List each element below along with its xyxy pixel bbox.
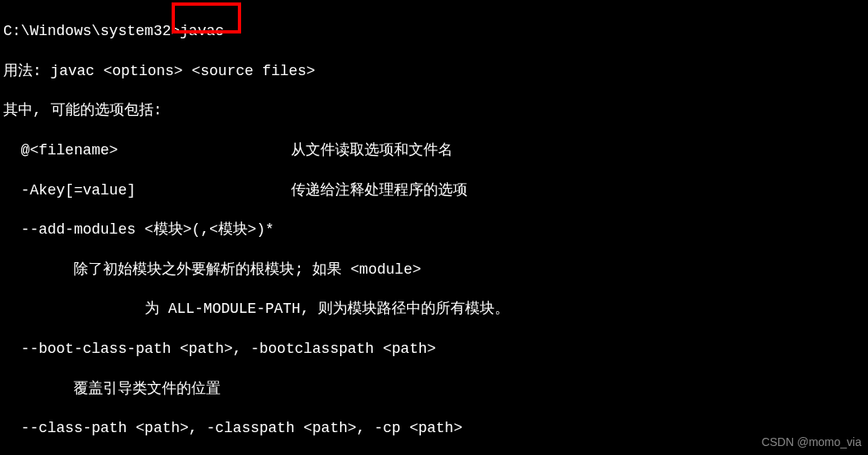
options-intro: 其中, 可能的选项包括: (3, 100, 865, 120)
option-row: -Akey[=value]传递给注释处理程序的选项 (3, 181, 865, 200)
watermark: CSDN @momo_via (762, 435, 861, 450)
option-row: --boot-class-path <path>, -bootclasspath… (3, 339, 865, 359)
option-row: --class-path <path>, -classpath <path>, … (3, 418, 865, 438)
option-continuation: 除了初始模块之外要解析的根模块; 如果 <module> (3, 260, 865, 279)
prompt: C:\Windows\system32> (3, 23, 180, 39)
typed-command: javac (180, 23, 224, 39)
option-continuation: 覆盖引导类文件的位置 (3, 379, 865, 399)
usage-line: 用法: javac <options> <source files> (3, 61, 865, 81)
option-continuation: 为 ALL-MODULE-PATH, 则为模块路径中的所有模块。 (3, 299, 865, 319)
option-row: --add-modules <模块>(,<模块>)* (3, 220, 865, 239)
terminal-output: C:\Windows\system32>javac 用法: javac <opt… (3, 2, 865, 455)
option-row: @<filename>从文件读取选项和文件名 (3, 141, 865, 160)
command-line[interactable]: C:\Windows\system32>javac (3, 21, 865, 41)
